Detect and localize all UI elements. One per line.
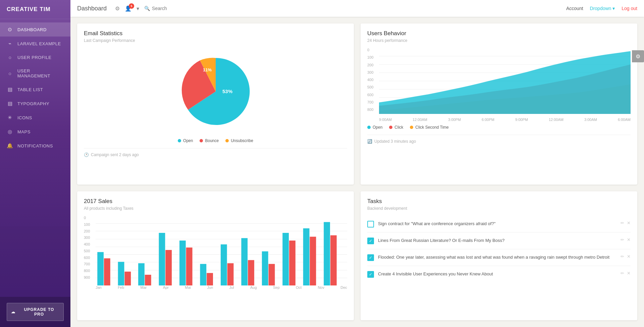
svg-rect-20 [118, 262, 124, 285]
pie-legend: Open Bounce Unsubscribe [84, 138, 347, 143]
sidebar-item-icons[interactable]: ✳ICONS [0, 111, 70, 125]
task-delete-icon-0[interactable]: ✕ [627, 220, 631, 225]
bar-chart-y-labels: 9008007006005004003002001000 [84, 216, 94, 279]
task-edit-icon-0[interactable]: ✏ [621, 220, 624, 225]
nav-title: Dashboard [77, 5, 107, 12]
pie-chart: 53% 36% 11% [179, 55, 253, 128]
task-checkbox-0[interactable] [367, 221, 374, 227]
sidebar-nav: ⊙DASHBOARD⌁LARAVEL EXAMPLE○USER PROFILE○… [0, 19, 70, 297]
sidebar-item-maps[interactable]: ◎MAPS [0, 125, 70, 139]
upgrade-label: UPGRADE TO PRO [19, 307, 59, 317]
svg-rect-40 [324, 222, 330, 286]
sidebar-icon-1: ⌁ [7, 41, 13, 47]
email-stats-footer: 🕐 Campaign sent 2 days ago [84, 148, 347, 157]
task-text-0: Sign contract for "What are conference o… [378, 220, 616, 227]
svg-rect-25 [165, 250, 172, 285]
task-edit-icon-2[interactable]: ✏ [621, 254, 624, 259]
task-actions-2: ✏ ✕ [621, 254, 631, 259]
task-checkbox-3[interactable] [367, 271, 374, 278]
task-edit-icon-3[interactable]: ✏ [621, 271, 624, 276]
legend-area-click2-label: Click Second Time [415, 125, 448, 130]
svg-rect-32 [241, 238, 248, 286]
email-stats-card: Email Statistics Last Campaign Performan… [77, 23, 354, 185]
settings-icon[interactable]: ⚙ [115, 5, 120, 12]
navbar: Dashboard ⚙ 👤 5 ▾ 🔍 Account Dropdown ▾ L… [70, 0, 644, 17]
users-behavior-card: Users Behavior 24 Hours performance 8007… [361, 23, 637, 185]
area-chart-x-labels: 9:00AM12:00AM3:00PM6:00PM9:00PM12:00AM3:… [379, 118, 631, 122]
sales-subtitle: All products including Taxes [84, 206, 347, 211]
sidebar-item-label-2: USER PROFILE [17, 55, 51, 60]
dropdown-chevron-icon: ▾ [612, 6, 615, 11]
refresh-icon: 🔄 [367, 139, 372, 144]
search-bar[interactable]: 🔍 [144, 6, 192, 11]
sidebar-icon-7: ◎ [7, 129, 13, 135]
task-checkbox-1[interactable] [367, 238, 374, 244]
dropdown-arrow-icon[interactable]: ▾ [137, 5, 139, 12]
tasks-title: Tasks [367, 198, 631, 205]
sales-card: 2017 Sales All products including Taxes … [77, 191, 354, 320]
legend-bounce-dot [200, 139, 203, 142]
svg-text:11%: 11% [203, 67, 211, 72]
task-item-0: Sign contract for "What are conference o… [367, 216, 631, 233]
sidebar-upgrade-section: ☁ UPGRADE TO PRO [0, 297, 70, 327]
sidebar-item-label-4: TABLE LIST [17, 87, 43, 92]
area-chart-svg [379, 48, 631, 114]
sidebar-item-table-list[interactable]: ▤TABLE LIST [0, 82, 70, 96]
sidebar-icon-6: ✳ [7, 115, 13, 121]
legend-bounce-label: Bounce [205, 138, 219, 143]
upgrade-icon: ☁ [11, 310, 15, 314]
svg-rect-39 [310, 237, 316, 285]
sidebar-item-laravel-example[interactable]: ⌁LARAVEL EXAMPLE [0, 37, 70, 51]
svg-rect-31 [227, 263, 234, 286]
svg-rect-26 [179, 241, 186, 285]
svg-rect-34 [262, 251, 268, 285]
bar-chart-svg [96, 216, 347, 285]
nav-right: Account Dropdown ▾ Log out [566, 6, 637, 11]
sidebar-item-notifications[interactable]: 🔔NOTIFICATIONS [0, 139, 70, 153]
account-link[interactable]: Account [566, 6, 583, 11]
logout-button[interactable]: Log out [622, 6, 637, 11]
sidebar-item-label-1: LARAVEL EXAMPLE [17, 41, 61, 46]
sidebar-item-label-0: DASHBOARD [17, 27, 47, 32]
svg-rect-19 [104, 258, 110, 285]
settings-panel-button[interactable]: ⚙ [632, 50, 644, 62]
users-behavior-title: Users Behavior [367, 30, 631, 37]
notification-count: 5 [129, 3, 134, 9]
search-icon: 🔍 [144, 6, 150, 11]
sidebar: CREATIVE TIM ⊙DASHBOARD⌁LARAVEL EXAMPLE○… [0, 0, 70, 327]
svg-rect-24 [159, 233, 165, 285]
task-delete-icon-2[interactable]: ✕ [627, 254, 631, 259]
task-checkbox-2[interactable] [367, 254, 374, 261]
task-delete-icon-1[interactable]: ✕ [627, 237, 631, 242]
notification-badge-wrap[interactable]: 👤 5 [125, 5, 131, 12]
content-grid: Email Statistics Last Campaign Performan… [70, 17, 644, 327]
svg-rect-38 [303, 228, 310, 285]
pie-chart-container: 53% 36% 11% [84, 48, 347, 135]
sidebar-item-dashboard[interactable]: ⊙DASHBOARD [0, 22, 70, 37]
task-edit-icon-1[interactable]: ✏ [621, 237, 624, 242]
task-item-1: Lines From Great Russian Literature? Or … [367, 233, 631, 249]
sidebar-item-user-management[interactable]: ○USER MANAGEMENT [0, 64, 70, 82]
svg-rect-22 [138, 263, 145, 286]
tasks-card: Tasks Backend development Sign contract … [361, 191, 637, 320]
sidebar-item-user-profile[interactable]: ○USER PROFILE [0, 51, 70, 64]
email-stats-subtitle: Last Campaign Performance [84, 38, 347, 43]
dropdown-menu[interactable]: Dropdown ▾ [590, 6, 615, 11]
svg-rect-23 [145, 275, 151, 285]
legend-unsubscribe-label: Unsubscribe [231, 138, 253, 143]
legend-area-open-dot [367, 126, 371, 129]
task-item-3: Create 4 Invisible User Experiences you … [367, 266, 631, 282]
sidebar-item-typography[interactable]: ▤TYPOGRAPHY [0, 96, 70, 111]
svg-text:36%: 36% [197, 127, 206, 128]
legend-area-open: Open [367, 125, 382, 130]
area-chart-legend: Open Click Click Second Time [367, 125, 631, 130]
legend-open: Open [178, 138, 193, 143]
task-delete-icon-3[interactable]: ✕ [627, 271, 631, 276]
upgrade-button[interactable]: ☁ UPGRADE TO PRO [7, 303, 64, 321]
sidebar-logo: CREATIVE TIM [0, 0, 70, 19]
sidebar-icon-2: ○ [7, 55, 13, 60]
legend-open-dot [178, 139, 181, 142]
search-input[interactable] [152, 6, 192, 11]
sidebar-item-label-7: MAPS [17, 129, 31, 134]
svg-rect-36 [282, 233, 289, 285]
